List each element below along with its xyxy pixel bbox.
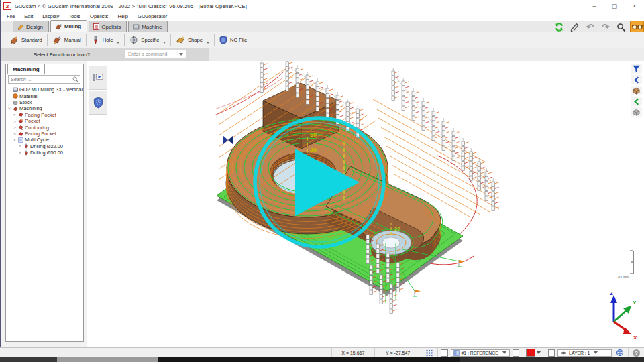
reference-checkbox[interactable] <box>441 349 447 357</box>
sync-icon <box>554 22 564 32</box>
previous-step-button[interactable] <box>631 97 642 106</box>
shape-dropdown-caret[interactable] <box>207 42 209 44</box>
standard-button[interactable]: Standard <box>5 34 47 46</box>
layer-select[interactable]: LAYER : 1 <box>557 349 612 357</box>
eye-icon <box>560 351 567 355</box>
pencil-icon <box>17 23 24 30</box>
expand-icon[interactable]: > <box>13 119 17 123</box>
tree-item-pocket[interactable]: > Pocket <box>7 119 83 124</box>
tree-item-multi-cycle[interactable]: > Multi Cycle <box>7 137 83 143</box>
shape-tool-icon <box>176 36 185 44</box>
chevron-left-green-icon <box>633 98 640 105</box>
zoom-button[interactable] <box>614 21 627 33</box>
tree-item-facing-pocket-2[interactable]: > Facing Pocket <box>7 131 83 137</box>
tree-search[interactable] <box>8 75 80 84</box>
undo-button[interactable]: ↶ <box>584 21 596 33</box>
tab-design[interactable]: Design <box>13 21 49 32</box>
help-button[interactable]: ? <box>629 348 644 358</box>
video-progress-segment <box>57 357 158 362</box>
machining-panel: Machining GO2 MU Milling 3X - Vertical M… <box>5 64 84 342</box>
viewport-3d-scene[interactable]: 50 49 27 <box>87 61 643 347</box>
manual-button[interactable]: Manual <box>48 34 86 46</box>
color-checkbox[interactable] <box>513 349 519 357</box>
pocket-icon <box>18 119 23 124</box>
scale-label: 20 mm <box>617 275 629 279</box>
shape-button[interactable]: Shape <box>171 34 214 46</box>
axis-label-x: X <box>633 335 637 339</box>
tree-item-machine[interactable]: GO2 MU Milling 3X - Vertical <box>7 87 83 93</box>
redo-button[interactable]: ↷ <box>599 21 612 33</box>
nc-shield-icon <box>219 36 227 44</box>
magnifier-icon <box>616 23 626 32</box>
close-button[interactable]: × <box>625 0 644 12</box>
nc-file-button[interactable]: NC File <box>215 34 252 46</box>
status-bar: X = 15.667 Y = -27.547 #1 : REFERENCE LA… <box>0 347 644 357</box>
show-stock-button[interactable] <box>631 107 642 117</box>
view-sphere-button[interactable] <box>612 348 629 358</box>
tab-opelists[interactable]: Opelists <box>89 21 127 32</box>
previous-op-button[interactable] <box>631 75 642 84</box>
tree-item-drilling-50[interactable]: > Drilling Ø50.00 <box>7 150 83 156</box>
show-part-button[interactable] <box>631 86 642 95</box>
menu-file[interactable]: File <box>7 13 15 19</box>
tab-machining-panel[interactable]: Machining <box>7 64 45 74</box>
menu-go2operator[interactable]: GO2operator <box>138 13 167 19</box>
machining-tree: GO2 MU Milling 3X - Vertical Material St… <box>7 87 83 156</box>
command-input[interactable]: Enter a command <box>125 50 186 58</box>
hole-button[interactable]: Hole <box>87 34 125 46</box>
tree-item-drilling-22[interactable]: > Drilling Ø22.00 <box>7 144 83 149</box>
minimize-button[interactable]: – <box>584 0 604 12</box>
menu-tools[interactable]: Tools <box>68 13 80 19</box>
filter-button[interactable] <box>631 64 642 74</box>
menu-edit[interactable]: Edit <box>24 13 33 19</box>
chevron-down-icon <box>179 53 183 56</box>
layer-checkbox[interactable] <box>548 349 555 357</box>
color-picker[interactable] <box>522 348 545 358</box>
ribbon-tab-row: Design Milling Opelists Machine <box>0 21 644 33</box>
chevron-down-icon <box>537 351 541 354</box>
grid-toggle-button[interactable] <box>421 348 438 358</box>
material-icon <box>13 93 18 99</box>
expand-icon[interactable]: > <box>13 132 17 136</box>
tree-item-contouring[interactable]: > Contouring <box>7 125 83 130</box>
facing-pocket-icon <box>18 131 23 137</box>
tab-machine[interactable]: Machine <box>128 21 168 32</box>
regenerate-button[interactable] <box>553 21 566 33</box>
multi-cycle-icon <box>18 137 23 143</box>
manual-tool-icon <box>52 36 62 44</box>
chevron-down-icon <box>594 351 598 354</box>
menu-opelists[interactable]: Opelists <box>90 13 108 19</box>
expand-icon[interactable]: > <box>18 151 22 155</box>
search-input[interactable] <box>9 76 72 83</box>
hole-dropdown-caret[interactable] <box>117 42 119 44</box>
video-progress-segment <box>0 357 57 362</box>
expand-icon[interactable]: > <box>13 125 17 129</box>
reference-icon <box>453 350 460 356</box>
maximize-button[interactable]: ▢ <box>604 0 625 12</box>
specific-dropdown-caret[interactable] <box>163 42 166 44</box>
ribbon-toolbar: Standard Manual Hole Specific Shape NC F… <box>0 32 644 48</box>
machine-node-icon <box>13 87 18 93</box>
milling-tool-icon <box>55 23 62 30</box>
reference-select[interactable]: #1 : REFERENCE <box>451 349 510 357</box>
menu-display[interactable]: Display <box>42 13 59 19</box>
expand-icon[interactable]: > <box>18 144 22 148</box>
collapse-icon[interactable]: > <box>13 138 17 142</box>
menu-help[interactable]: Help <box>117 13 128 19</box>
tool-display-button[interactable] <box>89 90 107 115</box>
drilling-icon <box>23 150 29 156</box>
measure-button[interactable] <box>568 21 581 33</box>
tree-item-stock[interactable]: Stock <box>7 100 83 105</box>
context-mini-toolbar <box>89 66 107 115</box>
simulation-button[interactable] <box>89 66 107 90</box>
specific-button[interactable]: Specific <box>125 34 170 46</box>
expand-icon[interactable]: > <box>13 113 17 117</box>
tree-item-material[interactable]: Material <box>7 93 83 99</box>
tree-item-machining[interactable]: > Machining <box>7 106 83 111</box>
depth-label-49: 49 <box>310 147 317 154</box>
collapse-icon[interactable]: > <box>7 107 11 111</box>
filter-funnel-icon <box>632 65 641 73</box>
tree-item-facing-pocket-1[interactable]: > Facing Pocket <box>7 113 83 118</box>
tab-milling[interactable]: Milling <box>50 20 87 32</box>
axis-trihedron: Z Y X <box>599 290 641 339</box>
